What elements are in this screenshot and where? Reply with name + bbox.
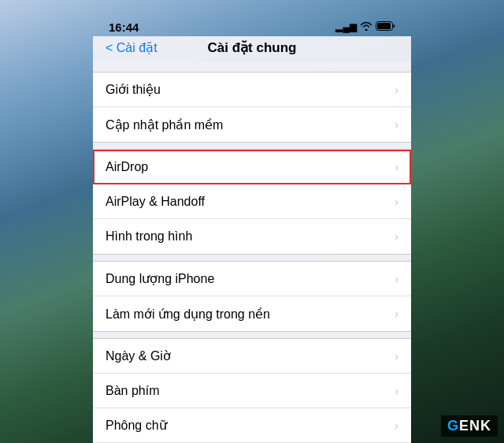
settings-row-0-1[interactable]: Cập nhật phần mềm› — [93, 107, 411, 142]
nav-bar: < Cài đặt Cài đặt chung — [93, 36, 411, 62]
settings-group-0: Giới thiệu›Cập nhật phần mềm› — [93, 72, 411, 143]
settings-row-1-2[interactable]: Hình trong hình› — [93, 219, 411, 254]
settings-label-2-0: Dung lượng iPhone — [106, 271, 214, 286]
settings-row-1-0[interactable]: AirDrop› — [93, 150, 411, 184]
settings-label-3-1: Bàn phím — [106, 384, 159, 398]
settings-row-2-0[interactable]: Dung lượng iPhone› — [93, 262, 411, 296]
chevron-icon-3-0: › — [395, 350, 398, 363]
genk-g: G — [447, 418, 459, 434]
status-bar: 16:44 ▂▄▆ — [93, 14, 411, 36]
chevron-icon-1-2: › — [395, 230, 398, 243]
genk-k: K — [480, 418, 491, 434]
signal-icon: ▂▄▆ — [335, 21, 357, 32]
settings-label-1-2: Hình trong hình — [106, 229, 192, 244]
settings-label-1-1: AirPlay & Handoff — [106, 195, 205, 209]
settings-row-3-1[interactable]: Bàn phím› — [93, 374, 411, 408]
settings-label-3-0: Ngày & Giờ — [106, 348, 171, 363]
battery-icon — [376, 21, 395, 33]
settings-label-3-2: Phông chữ — [106, 418, 167, 433]
settings-row-2-1[interactable]: Làm mới ứng dụng trong nền› — [93, 296, 411, 331]
wifi-icon — [360, 21, 372, 33]
settings-group-3: Ngày & Giờ›Bàn phím›Phông chữ›Ngôn ngữ &… — [93, 338, 411, 443]
chevron-icon-0-1: › — [395, 118, 398, 131]
settings-group-1: AirDrop›AirPlay & Handoff›Hình trong hìn… — [93, 149, 411, 255]
settings-label-0-0: Giới thiệu — [106, 82, 161, 97]
nav-title: Cài đặt chung — [208, 39, 297, 56]
settings-row-0-0[interactable]: Giới thiệu› — [93, 73, 411, 107]
genk-watermark: GENK — [441, 415, 498, 437]
settings-area: Giới thiệu›Cập nhật phần mềm›AirDrop›Air… — [93, 62, 411, 443]
svg-rect-1 — [377, 23, 391, 29]
settings-row-1-1[interactable]: AirPlay & Handoff› — [93, 184, 411, 219]
chevron-icon-3-2: › — [395, 419, 398, 432]
status-icons: ▂▄▆ — [335, 21, 395, 33]
settings-row-3-2[interactable]: Phông chữ› — [93, 408, 411, 443]
chevron-icon-2-1: › — [395, 307, 398, 320]
chevron-icon-1-1: › — [395, 195, 398, 208]
chevron-icon-0-0: › — [395, 84, 398, 96]
chevron-icon-3-1: › — [395, 385, 398, 397]
genk-e: E — [459, 418, 469, 434]
chevron-icon-1-0: › — [395, 161, 398, 173]
genk-n: N — [469, 418, 480, 434]
settings-row-3-0[interactable]: Ngày & Giờ› — [93, 339, 411, 374]
settings-label-2-1: Làm mới ứng dụng trong nền — [106, 307, 270, 322]
settings-label-0-1: Cập nhật phần mềm — [106, 117, 223, 132]
status-time: 16:44 — [109, 20, 139, 34]
nav-back-button[interactable]: < Cài đặt — [106, 40, 158, 55]
settings-label-1-0: AirDrop — [106, 160, 148, 174]
chevron-icon-2-0: › — [395, 273, 398, 285]
settings-group-2: Dung lượng iPhone›Làm mới ứng dụng trong… — [93, 261, 411, 332]
phone-container: 16:44 ▂▄▆ < Cài đặt Cài đặt chung — [93, 14, 411, 432]
